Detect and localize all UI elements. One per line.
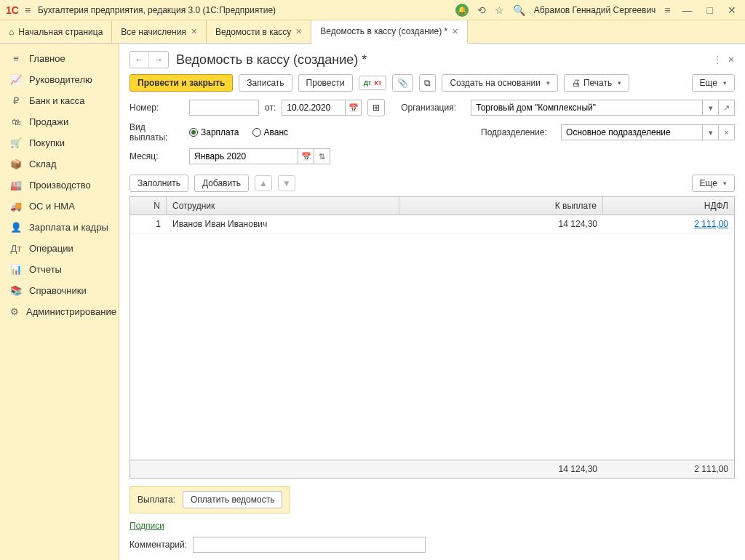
app-title: Бухгалтерия предприятия, редакция 3.0 (1… [38,5,455,15]
chevron-down-icon[interactable]: ▾ [703,100,719,116]
payment-label: Выплата: [138,495,175,505]
close-document-button[interactable]: ✕ [728,55,735,65]
sidebar-item-main[interactable]: ≡Главное [0,48,119,69]
back-button[interactable]: ← [130,52,149,68]
cell-n: 1 [130,215,167,233]
open-icon[interactable]: ↗ [719,100,735,116]
forward-button[interactable]: → [149,52,168,68]
close-icon[interactable]: ✕ [452,27,458,36]
attach-button[interactable]: 📎 [392,74,413,92]
copy-button[interactable]: ⧉ [419,74,436,92]
more-button[interactable]: Еще [692,74,735,92]
minimize-button[interactable]: — [680,4,696,16]
sidebar-item-label: Операции [29,243,73,254]
maximize-button[interactable]: □ [704,4,716,16]
sidebar-item-salary[interactable]: 👤Зарплата и кадры [0,217,119,238]
move-down-button[interactable]: ▼ [278,175,295,191]
history-icon[interactable]: ⟲ [477,4,486,16]
signatures-link[interactable]: Подписи [130,521,164,531]
kebab-icon[interactable]: ⋮ [713,55,722,65]
close-window-button[interactable]: ✕ [725,4,739,16]
org-field[interactable] [471,100,703,116]
sidebar-item-admin[interactable]: ⚙Администрирование [0,301,119,322]
paytype-salary-radio[interactable]: Зарплата [189,127,239,137]
dept-field[interactable] [561,124,703,140]
user-menu-icon[interactable]: ≡ [664,4,670,16]
pay-payroll-button[interactable]: Оплатить ведомость [183,491,283,508]
total-ndfl: 2 111,00 [603,460,734,478]
stepper-icon[interactable]: ⇅ [314,148,330,164]
post-and-close-button[interactable]: Провести и закрыть [130,74,233,92]
date-extra-button[interactable]: ⊞ [367,99,385,116]
sidebar-item-purchases[interactable]: 🛒Покупки [0,132,119,153]
sidebar-item-production[interactable]: 🏭Производство [0,175,119,196]
app-logo: 1С [6,4,19,16]
add-button[interactable]: Добавить [194,175,249,192]
sidebar-item-sales[interactable]: 🛍Продажи [0,111,119,132]
dept-label: Подразделение: [481,127,555,137]
sidebar-item-directories[interactable]: 📚Справочники [0,280,119,301]
move-up-button[interactable]: ▲ [255,175,272,191]
total-pay: 14 124,30 [399,460,603,478]
sidebar-item-label: Склад [29,159,57,169]
dtkt-icon: Дт [10,243,22,254]
tab-all-accruals[interactable]: Все начисления ✕ [112,20,207,43]
col-employee[interactable]: Сотрудник [167,197,399,215]
bars-icon: 📊 [10,264,22,275]
org-label: Организация: [401,103,465,113]
sidebar-item-label: Банк и касса [29,95,85,106]
radio-label: Аванс [264,127,289,137]
table-header: N Сотрудник К выплате НДФЛ [130,197,734,215]
date-field[interactable] [282,100,346,116]
copy-icon: ⧉ [424,78,431,88]
hamburger-icon[interactable]: ≡ [25,4,31,16]
sidebar-item-warehouse[interactable]: 📦Склад [0,153,119,175]
factory-icon: 🏭 [10,180,22,191]
month-label: Месяц: [130,151,183,161]
clear-icon[interactable]: × [719,124,735,140]
sidebar: ≡Главное 📈Руководителю ₽Банк и касса 🛍Пр… [0,44,119,560]
comment-field[interactable] [193,537,426,553]
sidebar-item-reports[interactable]: 📊Отчеты [0,259,119,280]
sidebar-item-assets[interactable]: 🚚ОС и НМА [0,196,119,217]
calendar-icon[interactable]: 📅 [346,100,362,116]
books-icon: 📚 [10,285,22,296]
calendar-icon[interactable]: 📅 [298,148,314,164]
col-ndfl[interactable]: НДФЛ [603,197,734,215]
col-pay[interactable]: К выплате [399,197,603,215]
bell-icon[interactable]: 🔔 [455,4,469,17]
tab-home[interactable]: ⌂ Начальная страница [0,20,112,43]
star-icon[interactable]: ☆ [495,4,504,16]
close-icon[interactable]: ✕ [295,27,302,36]
user-name[interactable]: Абрамов Геннадий Сергеевич [534,5,656,15]
print-button[interactable]: 🖨Печать [564,74,629,92]
sidebar-item-operations[interactable]: ДтОперации [0,238,119,259]
gear-icon: ⚙ [10,306,19,317]
month-field[interactable] [189,148,298,164]
sidebar-item-label: Руководителю [29,74,92,85]
sidebar-item-bank[interactable]: ₽Банк и касса [0,90,119,111]
tab-payrolls-cash[interactable]: Ведомости в кассу ✕ [207,20,311,43]
create-based-button[interactable]: Создать на основании [442,74,558,92]
dtkt-button[interactable]: ДтКт [359,76,387,90]
save-button[interactable]: Записать [239,74,292,92]
table-row[interactable]: 1 Иванов Иван Иванович 14 124,30 2 111,0… [130,215,734,233]
cell-ndfl-link[interactable]: 2 111,00 [603,215,734,233]
chevron-down-icon[interactable]: ▾ [703,124,719,140]
sidebar-item-label: Производство [29,180,91,191]
fill-button[interactable]: Заполнить [130,175,188,192]
number-field[interactable] [189,100,259,116]
close-icon[interactable]: ✕ [191,27,197,36]
radio-label: Зарплата [201,127,239,137]
search-icon[interactable]: 🔍 [513,4,525,16]
from-label: от: [265,103,276,113]
sidebar-item-manager[interactable]: 📈Руководителю [0,69,119,90]
col-n[interactable]: N [130,197,167,215]
table-more-button[interactable]: Еще [692,175,735,192]
person-icon: 👤 [10,222,22,233]
paytype-advance-radio[interactable]: Аванс [252,127,289,137]
bag-icon: 🛍 [10,116,22,127]
tab-payroll-cash-create[interactable]: Ведомость в кассу (создание) * ✕ [311,20,468,44]
post-button[interactable]: Провести [298,74,353,92]
titlebar: 1С ≡ Бухгалтерия предприятия, редакция 3… [0,0,745,20]
